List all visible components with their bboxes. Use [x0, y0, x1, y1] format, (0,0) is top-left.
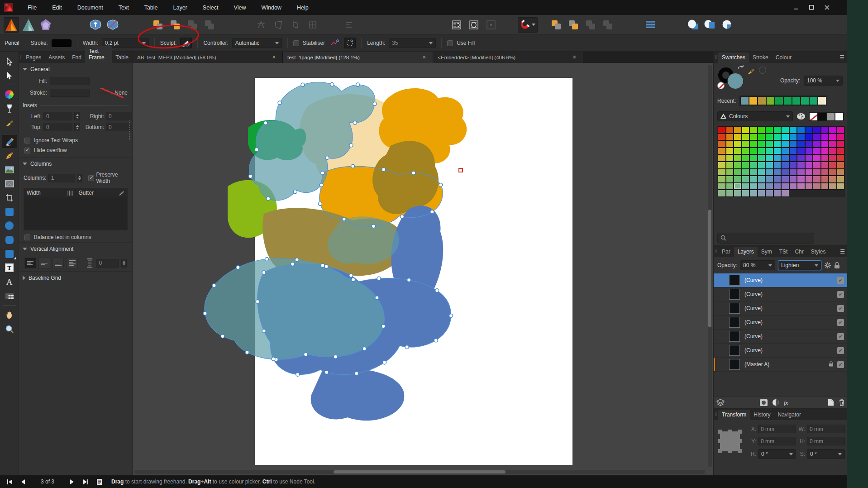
colour-picker-tool-button[interactable]	[2, 116, 17, 129]
menu-help[interactable]: Help	[289, 0, 316, 15]
swatch-cell[interactable]	[773, 169, 782, 176]
swatch-cell[interactable]	[789, 154, 797, 162]
swatch-cell[interactable]	[734, 162, 742, 169]
swatch-cell[interactable]	[718, 176, 726, 183]
panel-grip[interactable]: ‖	[714, 52, 718, 63]
tab-fnd[interactable]: Fnd	[68, 53, 85, 63]
tab-stroke[interactable]: Stroke	[749, 53, 772, 63]
swatch-cell[interactable]	[742, 148, 750, 155]
swatch-cell[interactable]	[758, 148, 766, 155]
paragraph-panel-button[interactable]	[643, 17, 658, 33]
artistic-text-tool-button[interactable]: A	[2, 275, 17, 288]
y-input[interactable]: 0 mm	[758, 437, 796, 445]
swatch-cell[interactable]	[781, 148, 789, 155]
previous-page-button[interactable]	[18, 477, 28, 486]
swatch-cell[interactable]	[758, 169, 766, 176]
columns-count-input[interactable]: 1	[48, 174, 75, 182]
columns-section-header[interactable]: Columns	[19, 157, 132, 170]
stroke-swatch-slot[interactable]	[50, 89, 90, 97]
swatch-cell[interactable]	[789, 140, 797, 148]
swatch-cell[interactable]	[726, 140, 734, 148]
swatch-cell[interactable]	[765, 190, 773, 197]
curve-node[interactable]	[375, 296, 379, 300]
swatch-cell[interactable]	[805, 134, 813, 141]
fill-circle[interactable]	[727, 73, 744, 89]
swatch-cell[interactable]	[749, 169, 758, 176]
swatch-cell[interactable]	[765, 126, 773, 134]
swatch-search[interactable]	[717, 233, 814, 244]
curve-node[interactable]	[330, 83, 334, 86]
tab-sym[interactable]: Sym	[758, 247, 776, 257]
swatch-cell[interactable]	[758, 162, 766, 169]
layer-row[interactable]: (Curve)✓	[714, 344, 848, 358]
inset-top-stepper[interactable]	[74, 123, 80, 131]
rounded-rectangle-tool-button[interactable]	[2, 233, 17, 246]
swatch-cell[interactable]	[821, 148, 829, 155]
inset-left-stepper[interactable]	[74, 112, 80, 120]
curve-node[interactable]	[203, 311, 207, 315]
swatch-cell[interactable]	[797, 176, 805, 183]
palette-combo[interactable]: Colours	[717, 111, 793, 121]
layer-visibility-checkbox[interactable]: ✓	[837, 319, 844, 326]
tab-transform[interactable]: Transform	[718, 410, 750, 420]
swatch-cell[interactable]	[773, 183, 782, 190]
swatch-cell[interactable]	[837, 169, 845, 176]
swatch-cell[interactable]	[749, 140, 758, 148]
palette-icon[interactable]	[796, 113, 806, 120]
swatch-cell[interactable]	[813, 183, 821, 190]
swatch-cell[interactable]	[837, 134, 845, 141]
swatch-cell[interactable]	[789, 162, 797, 169]
align-bottom-button[interactable]	[52, 258, 64, 268]
swatch-cell[interactable]	[773, 154, 782, 162]
curve-node[interactable]	[248, 175, 252, 178]
pencil-tool-button[interactable]	[2, 135, 17, 148]
layer-visibility-checkbox[interactable]: ✓	[837, 361, 844, 368]
balance-text-checkbox[interactable]	[24, 234, 30, 240]
fx-icon[interactable]: fx	[784, 399, 793, 406]
swatch-cell[interactable]	[789, 126, 797, 134]
swatch-cell[interactable]	[813, 148, 821, 155]
curve-node[interactable]	[321, 263, 324, 267]
swatch-cell[interactable]	[734, 169, 742, 176]
remove-wrap-button[interactable]	[483, 17, 499, 33]
tab-history[interactable]: History	[750, 410, 774, 420]
close-tab-icon[interactable]: ✕	[270, 53, 278, 61]
maximize-button[interactable]	[804, 0, 819, 15]
swatch-cell[interactable]	[805, 148, 813, 155]
text-wrap-button[interactable]	[449, 17, 464, 33]
swatch-cell[interactable]	[829, 162, 837, 169]
layer-row[interactable]: (Curve)✓	[714, 316, 848, 330]
swatch-cell[interactable]	[805, 183, 813, 190]
swatch-cell[interactable]	[726, 134, 734, 141]
mesh-warp-button[interactable]	[305, 17, 320, 33]
window-stabiliser-button[interactable]	[344, 38, 356, 48]
swatch-cell[interactable]	[726, 176, 734, 183]
swatch-cell[interactable]	[781, 140, 789, 148]
curve-node[interactable]	[301, 83, 305, 86]
menu-table[interactable]: Table	[137, 0, 166, 15]
horizontal-scrollbar[interactable]	[134, 470, 705, 474]
swatch-cell[interactable]	[726, 169, 734, 176]
columns-stepper[interactable]	[77, 174, 82, 182]
layer-visibility-checkbox[interactable]: ✓	[837, 347, 844, 354]
rotation-combo[interactable]: 0 °	[758, 449, 796, 459]
swatch-cell[interactable]	[718, 169, 726, 176]
swatch-cell[interactable]	[718, 148, 726, 155]
panel-resize-grip[interactable]	[129, 120, 131, 140]
insert-behind-button[interactable]	[105, 17, 120, 33]
recent-swatch[interactable]	[801, 96, 809, 105]
tab-assets[interactable]: Assets	[45, 53, 68, 63]
layer-visibility-checkbox[interactable]: ✓	[837, 291, 844, 298]
curve-node[interactable]	[265, 258, 269, 261]
swatch-cell[interactable]	[758, 190, 766, 197]
warp-group-button[interactable]	[253, 17, 269, 33]
h-scroll-thumb[interactable]	[334, 470, 506, 474]
curve-node[interactable]	[324, 265, 328, 268]
swatch-cell[interactable]	[742, 140, 750, 148]
frame-text-tool-button[interactable]: T	[2, 261, 17, 274]
swatch-cell[interactable]	[829, 169, 837, 176]
swatch-cell[interactable]	[726, 148, 734, 155]
curve-node[interactable]	[295, 258, 299, 262]
layer-thumbnail[interactable]	[729, 359, 740, 370]
curve-node[interactable]	[325, 156, 329, 160]
